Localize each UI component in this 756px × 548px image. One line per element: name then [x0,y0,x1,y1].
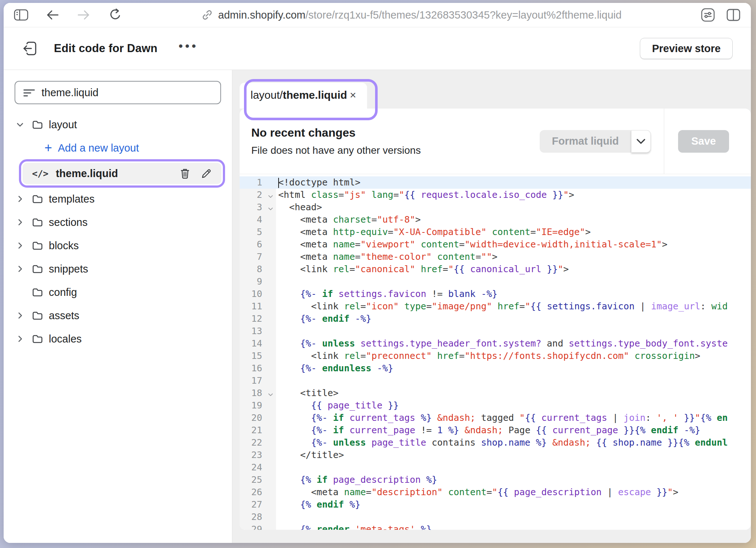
chevron-down-icon[interactable] [16,121,32,129]
sidebar-item-layout[interactable]: layout [4,113,232,136]
code-line[interactable]: 24 [240,461,751,474]
sidebar-item-snippets[interactable]: snippets [4,257,232,281]
tab-strip: layout/theme.liquid × [232,83,751,109]
file-item-theme-liquid[interactable]: </>theme.liquid [23,163,221,184]
folder-icon [32,264,49,274]
line-number: 15 [240,350,265,362]
code-line[interactable]: 25 {% if page_description %} [240,474,751,486]
folder-icon [32,241,49,250]
sidebar-item-sections[interactable]: sections [4,211,232,234]
folder-label: config [49,286,77,298]
code-line-text: {% render 'meta-tags' %} [276,523,751,530]
code-line[interactable]: 13 [240,325,751,337]
gutter-cell: 13 [240,325,276,337]
chevron-right-icon[interactable] [16,195,32,203]
folder-label: layout [49,119,77,131]
fold-spacer [265,511,276,523]
code-line[interactable]: 7 <meta name="theme-color" content=""> [240,251,751,263]
line-number: 21 [240,424,265,437]
code-line[interactable]: 14 {%- unless settings.type_header_font.… [240,337,751,350]
fold-toggle-icon[interactable] [265,201,276,214]
exit-editor-icon[interactable] [22,41,37,56]
close-tab-icon[interactable]: × [348,88,358,102]
gutter-cell: 2 [240,189,276,201]
code-line[interactable]: 22 {%- unless page_title contains shop.n… [240,437,751,449]
code-line-text: {% endif %} [276,498,751,511]
format-liquid-dropdown[interactable] [631,130,651,153]
code-line[interactable]: 8 <link rel="canonical" href="{{ canonic… [240,263,751,275]
forward-icon[interactable] [76,8,92,22]
sidebar-toggle-icon[interactable] [13,8,29,22]
chevron-right-icon[interactable] [16,312,32,320]
code-line[interactable]: 21 {%- if current_page != 1 %} &ndash; P… [240,424,751,437]
gutter-cell: 7 [240,251,276,263]
code-line[interactable]: 26 <meta name="description" content="{{ … [240,486,751,498]
chevron-right-icon[interactable] [16,242,32,250]
delete-file-icon[interactable] [180,168,190,179]
fold-toggle-icon[interactable] [265,387,276,399]
fold-spacer [265,263,276,275]
chevron-right-icon[interactable] [16,218,32,226]
reload-icon[interactable] [107,8,123,22]
code-line[interactable]: 18 <title> [240,387,751,399]
back-icon[interactable] [44,8,60,22]
gutter-cell: 21 [240,424,276,437]
file-search-input[interactable] [42,87,212,99]
gutter-cell: 1 [240,176,276,189]
add-new-layout-button[interactable]: +Add a new layout [4,136,232,160]
code-line[interactable]: 1<!doctype html> [240,176,751,189]
code-line[interactable]: 4 <meta charset="utf-8"> [240,214,751,226]
line-number: 26 [240,486,265,498]
line-number: 8 [240,263,265,275]
format-liquid-button[interactable]: Format liquid [540,130,631,153]
sidebar-item-templates[interactable]: templates [4,187,232,211]
file-search-box[interactable] [15,81,221,104]
chevron-right-icon[interactable] [16,335,32,343]
code-line[interactable]: 16 {%- endunless -%} [240,362,751,375]
gutter-cell: 19 [240,399,276,412]
folder-label: sections [49,216,87,228]
page-settings-icon[interactable] [700,8,716,22]
line-number: 12 [240,313,265,325]
code-line[interactable]: 11 <link rel="icon" type="image/png" hre… [240,300,751,313]
save-button[interactable]: Save [678,130,729,153]
code-line[interactable]: 15 <link rel="preconnect" href="https://… [240,350,751,362]
code-line[interactable]: 29 {% render 'meta-tags' %} [240,523,751,530]
add-new-layout-label: Add a new layout [58,142,139,154]
sidebar-item-locales[interactable]: locales [4,327,232,351]
version-band: No recent changes File does not have any… [240,109,751,174]
code-line[interactable]: 9 [240,275,751,288]
chevron-right-icon[interactable] [16,265,32,273]
line-number: 10 [240,288,265,300]
code-line[interactable]: 12 {%- endif -%} [240,313,751,325]
address-bar[interactable]: admin.shopify.com/store/rzq1xu-f5/themes… [123,9,700,21]
code-line[interactable]: 19 {{ page_title }} [240,399,751,412]
preview-store-button[interactable]: Preview store [640,38,733,59]
line-number: 23 [240,449,265,461]
code-line[interactable]: 28 [240,511,751,523]
fold-spacer [265,275,276,288]
sidebar-item-assets[interactable]: assets [4,304,232,327]
line-number: 29 [240,523,265,530]
folder-label: snippets [49,263,88,275]
code-line[interactable]: 17 [240,375,751,387]
sidebar-item-config[interactable]: config [4,281,232,304]
sidebar-item-blocks[interactable]: blocks [4,234,232,257]
folder-icon [32,218,49,227]
fold-toggle-icon[interactable] [265,189,276,201]
fold-spacer [265,350,276,362]
split-view-icon[interactable] [725,8,741,22]
gutter-cell: 10 [240,288,276,300]
code-line[interactable]: 10 {%- if settings.favicon != blank -%} [240,288,751,300]
code-editor[interactable]: 1<!doctype html>2<html class="js" lang="… [240,174,751,530]
code-line[interactable]: 27 {% endif %} [240,498,751,511]
code-line[interactable]: 5 <meta http-equiv="X-UA-Compatible" con… [240,226,751,238]
code-line[interactable]: 20 {%- if current_tags %} &ndash; tagged… [240,412,751,424]
code-line[interactable]: 3 <head> [240,201,751,214]
more-actions-icon[interactable]: ••• [178,44,198,53]
code-line[interactable]: 2<html class="js" lang="{{ request.local… [240,189,751,201]
rename-file-icon[interactable] [201,168,212,179]
code-line[interactable]: 23 </title> [240,449,751,461]
tab-layout-theme-liquid[interactable]: layout/theme.liquid × [240,83,367,109]
code-line[interactable]: 6 <meta name="viewport" content="width=d… [240,238,751,251]
